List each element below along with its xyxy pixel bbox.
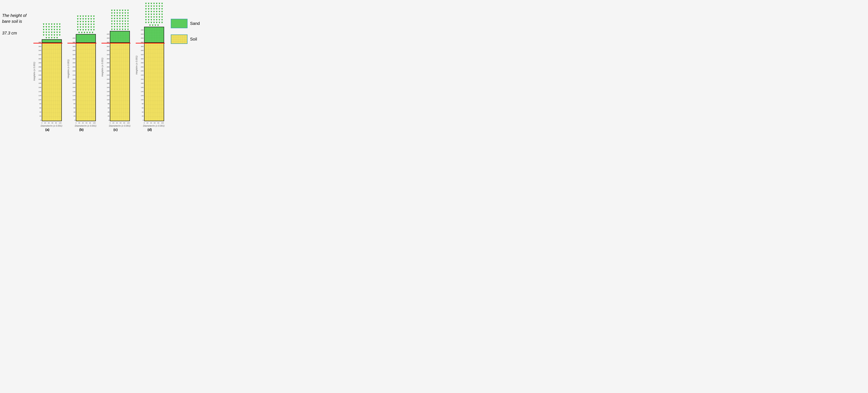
y-tick: 260 — [73, 66, 75, 68]
y-tick: 240 — [73, 70, 75, 72]
y-tick: 20 — [73, 115, 75, 117]
info-line3: 37.3 cm — [2, 30, 27, 36]
y-tick: 20 — [142, 115, 144, 117]
chart-label-d: (d) — [147, 128, 152, 132]
y-tick: 120 — [141, 95, 144, 96]
chart-label-a: (a) — [45, 128, 50, 132]
legend-sand-label: Sand — [190, 21, 200, 26]
y-tick: 300 — [107, 58, 110, 60]
arrow-icon: ▼ — [149, 24, 151, 27]
y-tick: 200 — [107, 78, 110, 80]
bar-outer-b — [76, 34, 96, 121]
arrow-icon: ▼ — [121, 28, 124, 31]
arrow-icon: ▼ — [42, 34, 45, 36]
y-tick: 120 — [73, 95, 75, 96]
chart-label-c: (c) — [114, 128, 118, 132]
x-tick: 40 — [150, 122, 152, 124]
chart-label-b: (b) — [79, 128, 84, 132]
arrow-icon: ▼ — [81, 31, 83, 34]
y-tick: 280 — [38, 62, 41, 64]
x-tick: 20 — [147, 122, 149, 124]
arrow-icon: ▼ — [161, 21, 163, 24]
x-axis-label: Diameter/m (x 0.001) — [75, 124, 96, 127]
arrows-above: ▼▼▼▼▼▼▼▼▼▼▼▼▼▼▼▼▼▼▼▼▼▼▼▼▼▼▼▼▼▼▼▼▼▼▼▼▼▼▼▼ — [42, 23, 62, 39]
y-tick: 240 — [141, 70, 144, 72]
sand-bar — [76, 34, 95, 43]
sand-bar — [42, 40, 61, 43]
arrows-above: ▼▼▼▼▼▼▼▼▼▼▼▼▼▼▼▼▼▼▼▼▼▼▼▼▼▼▼▼▼▼▼▼▼▼▼▼▼▼▼▼… — [144, 2, 164, 27]
bar-outer-d — [144, 27, 164, 121]
y-tick: 60 — [73, 107, 75, 109]
arrows-above: ▼▼▼▼▼▼▼▼▼▼▼▼▼▼▼▼▼▼▼▼▼▼▼▼▼▼▼▼▼▼▼▼▼▼▼▼▼▼▼▼… — [76, 15, 96, 34]
y-tick: 260 — [141, 66, 144, 68]
y-tick: 300 — [141, 58, 144, 60]
y-tick: 280 — [73, 62, 75, 64]
info-line1: The height of — [2, 12, 27, 19]
y-tick: 140 — [141, 91, 144, 93]
arrow-icon: ▼ — [48, 36, 50, 39]
soil-bar — [110, 43, 129, 121]
y-tick: 280 — [141, 62, 144, 64]
arrow-icon: ▼ — [56, 36, 59, 39]
bar-region-c: ▼▼▼▼▼▼▼▼▼▼▼▼▼▼▼▼▼▼▼▼▼▼▼▼▼▼▼▼▼▼▼▼▼▼▼▼▼▼▼▼… — [110, 9, 130, 121]
x-tick: 100 — [93, 122, 96, 124]
x-tick: 100 — [127, 122, 130, 124]
sand-bar — [145, 27, 164, 43]
y-tick: 400 — [141, 37, 144, 39]
y-tick: 420 — [141, 33, 144, 35]
legend-soil: Soil — [171, 34, 200, 44]
y-tick: 180 — [38, 82, 41, 84]
x-tick: 80 — [157, 122, 159, 124]
x-tick: 60 — [154, 122, 156, 124]
y-tick: 360 — [107, 46, 110, 48]
x-tick: 0 — [75, 122, 76, 124]
chart-b: Height/m (x 0.001)0204060801001201401601… — [66, 15, 96, 132]
chart-d: Height/m (x 0.001)0204060801001201401601… — [135, 2, 164, 132]
arrow-icon: ▼ — [59, 34, 61, 36]
y-axis-label: Height/m (x 0.001) — [135, 56, 138, 74]
bar-region-a: ▼▼▼▼▼▼▼▼▼▼▼▼▼▼▼▼▼▼▼▼▼▼▼▼▼▼▼▼▼▼▼▼▼▼▼▼▼▼▼▼ — [42, 23, 62, 121]
chart-container-b: Height/m (x 0.001)0204060801001201401601… — [67, 15, 96, 121]
y-tick: 140 — [38, 91, 41, 93]
y-tick: 380 — [38, 41, 41, 43]
bar-outer-a — [42, 39, 62, 121]
y-tick: 0 — [74, 119, 75, 121]
y-tick: 440 — [141, 29, 144, 31]
y-tick: 340 — [38, 50, 41, 51]
y-tick: 160 — [141, 87, 144, 88]
arrow-icon: ▼ — [145, 21, 147, 24]
y-tick: 40 — [107, 111, 110, 113]
y-tick: 20 — [39, 115, 41, 117]
x-tick: 100 — [59, 122, 61, 124]
arrow-icon: ▼ — [45, 36, 48, 39]
y-tick: 260 — [107, 66, 110, 68]
y-tick: 100 — [38, 99, 41, 101]
arrow-icon: ▼ — [154, 24, 157, 27]
info-text: The height of bare soil is 37.3 cm — [2, 12, 27, 36]
y-axis-b: Height/m (x 0.001)0204060801001201401601… — [67, 22, 75, 121]
y-tick: 360 — [73, 46, 75, 48]
legend-sand-box — [171, 19, 187, 28]
y-tick: 160 — [38, 87, 41, 88]
y-axis-c: Height/m (x 0.001)0204060801001201401601… — [101, 19, 110, 121]
y-tick: 240 — [107, 70, 110, 72]
x-axis-a: 020406080100Diameter/m (x 0.001) — [41, 122, 62, 127]
y-axis-d: Height/m (x 0.001)0204060801001201401601… — [135, 15, 144, 121]
x-axis-label: Diameter/m (x 0.001) — [143, 124, 164, 127]
y-tick: 40 — [73, 111, 75, 113]
y-tick: 200 — [38, 78, 41, 80]
arrow-icon: ▼ — [91, 31, 94, 34]
chart-container-a: Height/m (x 0.001)0204060801001201401601… — [33, 23, 62, 121]
arrows-above: ▼▼▼▼▼▼▼▼▼▼▼▼▼▼▼▼▼▼▼▼▼▼▼▼▼▼▼▼▼▼▼▼▼▼▼▼▼▼▼▼… — [110, 9, 130, 31]
x-axis-label: Diameter/m (x 0.001) — [109, 124, 130, 127]
y-tick: 360 — [38, 46, 41, 48]
y-tick: 340 — [141, 50, 144, 51]
y-tick: 320 — [38, 54, 41, 56]
arrow-icon: ▼ — [127, 28, 129, 31]
y-tick: 180 — [107, 82, 110, 84]
chart-a: Height/m (x 0.001)0204060801001201401601… — [32, 23, 62, 132]
y-axis-label: Height/m (x 0.001) — [101, 58, 103, 77]
y-tick: 380 — [141, 41, 144, 43]
legend-soil-label: Soil — [190, 37, 197, 41]
x-axis-c: 020406080100Diameter/m (x 0.001) — [109, 122, 130, 127]
